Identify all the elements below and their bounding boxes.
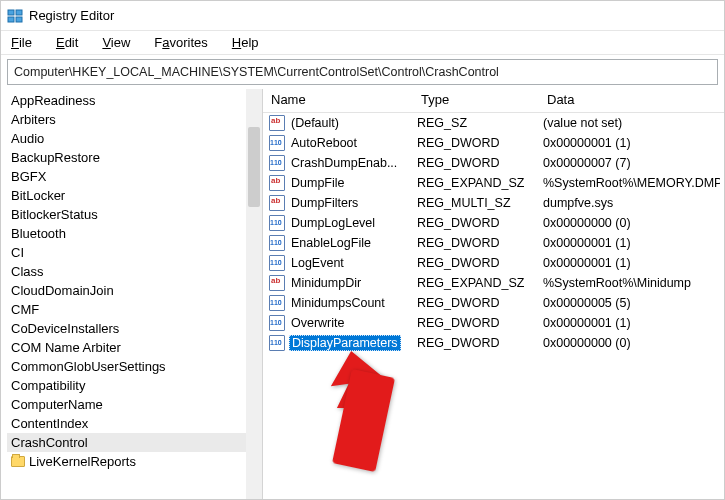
binary-value-icon — [269, 255, 285, 271]
value-row[interactable]: OverwriteREG_DWORD0x00000001 (1) — [263, 313, 724, 333]
col-type[interactable]: Type — [413, 89, 539, 112]
tree-item[interactable]: ContentIndex — [7, 414, 262, 433]
tree-item[interactable]: CloudDomainJoin — [7, 281, 262, 300]
string-value-icon — [269, 275, 285, 291]
tree-item[interactable]: LiveKernelReports — [7, 452, 262, 471]
tree-scroll-thumb[interactable] — [248, 127, 260, 207]
value-row[interactable]: DumpFileREG_EXPAND_SZ%SystemRoot%\MEMORY… — [263, 173, 724, 193]
tree-item[interactable]: BackupRestore — [7, 148, 262, 167]
tree-item-label: CommonGlobUserSettings — [11, 359, 166, 374]
tree-item[interactable]: CommonGlobUserSettings — [7, 357, 262, 376]
binary-value-icon — [269, 135, 285, 151]
value-data: 0x00000005 (5) — [539, 296, 720, 310]
binary-value-icon — [269, 215, 285, 231]
svg-rect-0 — [8, 10, 14, 15]
value-row[interactable]: CrashDumpEnab...REG_DWORD0x00000007 (7) — [263, 153, 724, 173]
tree-item[interactable]: Class — [7, 262, 262, 281]
tree-item[interactable]: BGFX — [7, 167, 262, 186]
string-value-icon — [269, 195, 285, 211]
tree-item[interactable]: Arbiters — [7, 110, 262, 129]
tree-item[interactable]: Audio — [7, 129, 262, 148]
menu-favorites[interactable]: Favorites — [148, 33, 213, 52]
value-name: AutoReboot — [289, 136, 359, 150]
tree-item-label: Arbiters — [11, 112, 56, 127]
menu-view[interactable]: View — [96, 33, 136, 52]
values-list[interactable]: (Default)REG_SZ(value not set)AutoReboot… — [263, 113, 724, 353]
value-type: REG_DWORD — [413, 296, 539, 310]
tree-item-label: CMF — [11, 302, 39, 317]
app-icon — [7, 8, 23, 24]
menu-file[interactable]: File — [5, 33, 38, 52]
tree-pane: AppReadinessArbitersAudioBackupRestoreBG… — [1, 89, 263, 500]
tree-item[interactable]: BitLocker — [7, 186, 262, 205]
value-row[interactable]: DisplayParametersREG_DWORD0x00000000 (0) — [263, 333, 724, 353]
value-data: 0x00000007 (7) — [539, 156, 720, 170]
tree-item-label: BitlockerStatus — [11, 207, 98, 222]
tree-item-label: CI — [11, 245, 24, 260]
tree-list[interactable]: AppReadinessArbitersAudioBackupRestoreBG… — [1, 89, 262, 473]
tree-item[interactable]: BitlockerStatus — [7, 205, 262, 224]
svg-rect-2 — [8, 17, 14, 22]
value-row[interactable]: DumpLogLevelREG_DWORD0x00000000 (0) — [263, 213, 724, 233]
tree-item-label: BackupRestore — [11, 150, 100, 165]
col-data[interactable]: Data — [539, 89, 724, 112]
svg-rect-1 — [16, 10, 22, 15]
value-type: REG_DWORD — [413, 156, 539, 170]
value-row[interactable]: EnableLogFileREG_DWORD0x00000001 (1) — [263, 233, 724, 253]
value-data: 0x00000001 (1) — [539, 136, 720, 150]
tree-item-label: Class — [11, 264, 44, 279]
tree-item-label: AppReadiness — [11, 93, 96, 108]
value-name: DumpFilters — [289, 196, 360, 210]
value-type: REG_SZ — [413, 116, 539, 130]
value-data: 0x00000001 (1) — [539, 236, 720, 250]
value-name: DumpLogLevel — [289, 216, 377, 230]
col-name[interactable]: Name — [263, 89, 413, 112]
tree-item[interactable]: Compatibility — [7, 376, 262, 395]
value-type: REG_MULTI_SZ — [413, 196, 539, 210]
tree-scrollbar[interactable] — [246, 89, 262, 500]
value-row[interactable]: LogEventREG_DWORD0x00000001 (1) — [263, 253, 724, 273]
tree-item-label: ContentIndex — [11, 416, 88, 431]
value-data: dumpfve.sys — [539, 196, 720, 210]
tree-item[interactable]: Bluetooth — [7, 224, 262, 243]
value-data: 0x00000001 (1) — [539, 316, 720, 330]
tree-item-label: BGFX — [11, 169, 46, 184]
column-headers[interactable]: Name Type Data — [263, 89, 724, 113]
tree-item-label: Audio — [11, 131, 44, 146]
value-row[interactable]: MinidumpsCountREG_DWORD0x00000005 (5) — [263, 293, 724, 313]
tree-item[interactable]: AppReadiness — [7, 91, 262, 110]
address-bar[interactable]: Computer\HKEY_LOCAL_MACHINE\SYSTEM\Curre… — [7, 59, 718, 85]
tree-item-label: Compatibility — [11, 378, 85, 393]
value-row[interactable]: MinidumpDirREG_EXPAND_SZ%SystemRoot%\Min… — [263, 273, 724, 293]
tree-item[interactable]: ComputerName — [7, 395, 262, 414]
menu-help[interactable]: Help — [226, 33, 265, 52]
tree-item[interactable]: COM Name Arbiter — [7, 338, 262, 357]
string-value-icon — [269, 115, 285, 131]
binary-value-icon — [269, 315, 285, 331]
value-data: (value not set) — [539, 116, 720, 130]
tree-item-label: COM Name Arbiter — [11, 340, 121, 355]
binary-value-icon — [269, 155, 285, 171]
tree-item[interactable]: CMF — [7, 300, 262, 319]
binary-value-icon — [269, 335, 285, 351]
tree-item[interactable]: CI — [7, 243, 262, 262]
value-name: EnableLogFile — [289, 236, 373, 250]
value-name: (Default) — [289, 116, 341, 130]
values-pane: Name Type Data (Default)REG_SZ(value not… — [263, 89, 724, 500]
tree-item-label: CrashControl — [11, 435, 88, 450]
window-title: Registry Editor — [29, 8, 114, 23]
menu-edit[interactable]: Edit — [50, 33, 84, 52]
value-row[interactable]: (Default)REG_SZ(value not set) — [263, 113, 724, 133]
value-name: MinidumpsCount — [289, 296, 387, 310]
value-row[interactable]: DumpFiltersREG_MULTI_SZdumpfve.sys — [263, 193, 724, 213]
tree-item[interactable]: CoDeviceInstallers — [7, 319, 262, 338]
tree-item-label: CloudDomainJoin — [11, 283, 114, 298]
tree-item-label: CoDeviceInstallers — [11, 321, 119, 336]
tree-item[interactable]: CrashControl — [7, 433, 262, 452]
value-data: 0x00000001 (1) — [539, 256, 720, 270]
tree-item-label: BitLocker — [11, 188, 65, 203]
value-type: REG_EXPAND_SZ — [413, 276, 539, 290]
value-row[interactable]: AutoRebootREG_DWORD0x00000001 (1) — [263, 133, 724, 153]
value-type: REG_DWORD — [413, 316, 539, 330]
value-name: DumpFile — [289, 176, 347, 190]
